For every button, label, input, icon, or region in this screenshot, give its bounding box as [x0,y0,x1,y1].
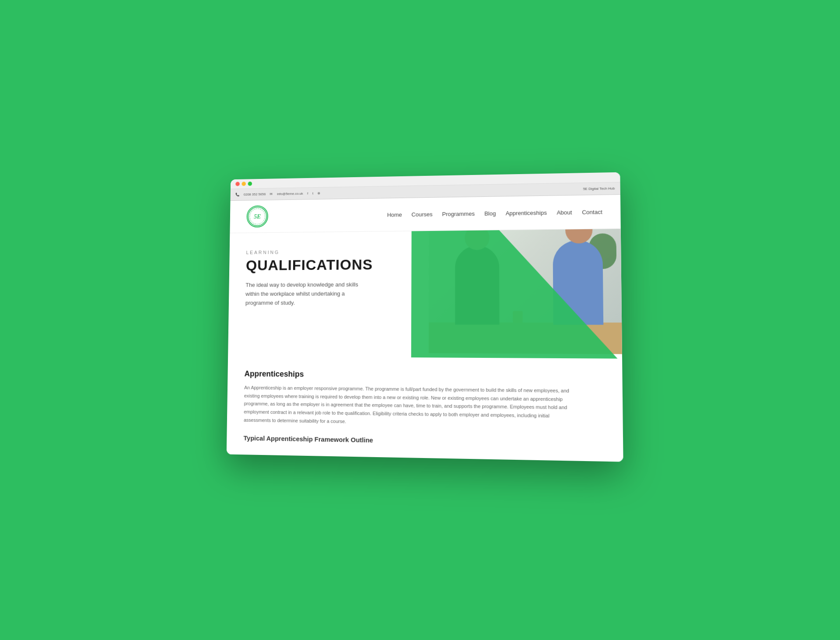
twitter-icon: t [312,191,313,195]
apprenticeships-title: Apprenticeships [245,369,604,381]
topbar-left: 📞 0208 352 5656 ✉ info@5eme.co.uk f t ⊕ [235,191,321,196]
phone-icon: 📞 [235,192,240,196]
nav-links: Home Courses Programmes Blog Apprentices… [387,208,602,219]
nav-item-about[interactable]: About [556,208,572,217]
site-navigation: 5E Home Courses Programmes Blog Apprenti… [230,195,620,233]
nav-item-blog[interactable]: Blog [484,209,496,217]
nav-item-contact[interactable]: Contact [582,208,602,216]
topbar-right: 5E Digital Tech Hub [583,186,615,191]
hero-text: LEARNING QUALIFICATIONS The ideal way to… [245,248,390,308]
maximize-button[interactable] [248,182,252,186]
hero-description: The ideal way to develop knowledge and s… [245,280,368,308]
rss-icon: ⊕ [318,191,321,195]
nav-link-home[interactable]: Home [387,211,402,218]
nav-link-blog[interactable]: Blog [484,210,496,217]
main-content: Apprenticeships An Apprenticeship is an … [227,357,623,462]
nav-link-courses[interactable]: Courses [412,211,433,217]
hero-label: LEARNING [246,248,390,255]
topbar-brand: 5E Digital Tech Hub [583,186,615,191]
nav-item-apprenticeships[interactable]: Apprenticeships [506,209,547,217]
nav-link-apprenticeships[interactable]: Apprenticeships [506,210,547,217]
svg-marker-3 [411,229,618,359]
nav-item-programmes[interactable]: Programmes [442,210,475,218]
nav-item-courses[interactable]: Courses [412,210,433,218]
nav-link-about[interactable]: About [556,209,572,216]
facebook-icon: f [307,192,308,196]
nav-link-programmes[interactable]: Programmes [442,210,475,217]
nav-link-contact[interactable]: Contact [582,209,602,216]
nav-item-home[interactable]: Home [387,210,402,218]
browser-dots [235,182,252,186]
close-button[interactable] [235,182,240,186]
hero-section: LEARNING QUALIFICATIONS The ideal way to… [228,229,622,359]
svg-text:5E: 5E [254,213,261,220]
minimize-button[interactable] [242,182,246,186]
topbar-phone: 0208 352 5656 [244,192,266,196]
apprenticeships-body: An Apprenticeship is an employer respons… [244,384,577,429]
site-logo: 5E [246,205,268,227]
framework-title: Typical Apprenticeship Framework Outline [243,434,604,448]
topbar-email: info@5eme.co.uk [277,192,303,196]
email-icon: ✉ [270,192,273,196]
website-content: 5E Home Courses Programmes Blog Apprenti… [227,195,623,462]
green-diagonal-shape [411,229,622,359]
hero-title: QUALIFICATIONS [246,256,390,273]
browser-window: 📞 0208 352 5656 ✉ info@5eme.co.uk f t ⊕ … [227,172,623,462]
hero-image-area [411,229,622,359]
